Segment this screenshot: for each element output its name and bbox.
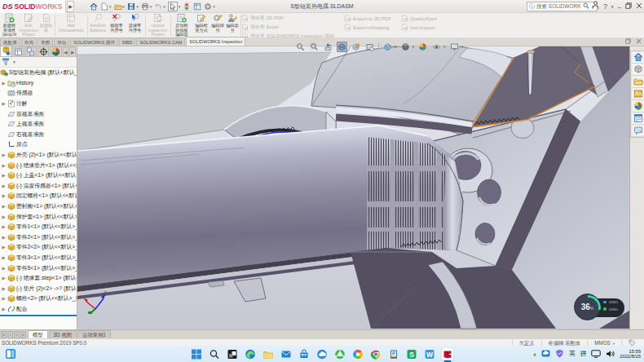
expand-caret-icon[interactable]: ▶ <box>0 235 7 240</box>
file-properties-button[interactable] <box>192 1 202 12</box>
taskbar-clock[interactable]: 15:59 2022/8/15 <box>620 349 641 360</box>
panel-tab-featuremanager-tree[interactable] <box>0 46 11 56</box>
expand-caret-icon[interactable]: ▶ <box>0 101 7 106</box>
graphics-viewport[interactable]: x z 0KB/s 0KB/s 36% <box>77 46 629 329</box>
taskpane-view-palette-tab[interactable] <box>632 88 644 100</box>
dropdown-caret-icon[interactable]: ▾ <box>179 4 181 9</box>
tree-item[interactable]: ▶螺栓<2> (默认<<默认>_显示状态 <box>0 294 77 304</box>
tab-solidworks-inspection[interactable]: SOLIDWORKS Inspection <box>186 37 245 46</box>
tab-评估[interactable]: 评估 <box>54 38 69 46</box>
ime-mode-indicator[interactable]: 拼 <box>580 350 587 358</box>
expand-caret-icon[interactable]: ▶ <box>0 214 7 219</box>
tree-item[interactable]: 右视基准面 <box>0 130 77 140</box>
tree-item[interactable]: ▶零件3<1> (默认<<默认>_显示状态 <box>0 253 77 263</box>
doc-tab-model[interactable]: 模型 <box>28 330 48 338</box>
export-item[interactable]: 导出至 Excel <box>241 24 334 31</box>
zoom-to-area-icon[interactable] <box>309 42 320 52</box>
taskbar-store-icon[interactable] <box>298 348 311 360</box>
dropdown-caret-icon[interactable]: ▾ <box>109 4 112 9</box>
options-gear-button[interactable]: ▾ <box>203 1 216 12</box>
panel-tab-scroll-right[interactable]: ▶ <box>69 46 76 56</box>
help-button[interactable]: ? <box>603 0 607 13</box>
undo-button[interactable]: ▾ <box>153 1 166 12</box>
taskbar-task-view-icon[interactable] <box>227 348 239 360</box>
search-box[interactable]: ⓘ 搜索 SOLIDWORKS 帮助 ▼ <box>527 2 598 11</box>
save-button[interactable]: ▾ <box>126 1 139 12</box>
dropdown-caret-icon[interactable]: ▾ <box>213 4 215 9</box>
widgets-icon[interactable] <box>5 348 16 360</box>
expand-caret-icon[interactable]: ▶ <box>0 307 7 311</box>
dropdown-caret-icon[interactable]: ▾ <box>123 4 126 9</box>
hud-caret-icon[interactable]: ▾ <box>443 44 446 49</box>
tab-草图[interactable]: 草图 <box>37 38 53 46</box>
taskbar-cloud-app-icon[interactable] <box>316 348 329 360</box>
taskpane-file-explorer-tab[interactable] <box>632 76 644 88</box>
tree-item[interactable]: ▶零件2<1> (默认<<默认>_显示状态 <box>0 232 77 243</box>
ribbon-button-edit-operations[interactable]: 编辑操 作 <box>210 13 225 38</box>
expand-caret-icon[interactable]: ▶ <box>0 163 7 168</box>
taskpane-design-library-tab[interactable] <box>632 64 644 76</box>
taskbar-green-browser-icon[interactable] <box>334 348 346 360</box>
rebuild-button[interactable] <box>182 1 192 12</box>
ribbon-button-edit-methods[interactable]: 编辑检 查方式 <box>192 13 210 38</box>
panel-tab-displaymanager[interactable] <box>50 46 61 56</box>
taskbar-edge-icon[interactable] <box>245 348 257 360</box>
filter-caret-icon[interactable]: ▼ <box>12 60 16 64</box>
tab-scroll-last-icon[interactable]: » <box>20 331 26 338</box>
help-caret-icon[interactable]: ▾ <box>611 0 614 13</box>
ribbon-button-add-edit-balloons[interactable]: Add/Edit Balloons <box>88 13 108 38</box>
zoom-to-fit-icon[interactable] <box>295 42 306 52</box>
tree-item[interactable]: S型铠装热电偶 (默认<默认_显示状态-1 <box>0 68 77 78</box>
menu-flyout-button[interactable]: ▶ <box>67 1 74 12</box>
ime-language-indicator[interactable]: 英 <box>569 350 576 358</box>
panel-tab-scroll-left[interactable]: ◀ <box>63 46 69 56</box>
tab-solidworks-插件[interactable]: SOLIDWORKS 插件 <box>70 38 118 46</box>
tab-mbd[interactable]: MBD <box>119 38 135 46</box>
section-view-icon[interactable] <box>337 42 347 52</box>
minimize-button[interactable]: – <box>618 3 621 11</box>
panel-tab-configurationmanager[interactable] <box>25 46 37 56</box>
expand-caret-icon[interactable]: ▶ <box>0 224 7 229</box>
tree-item[interactable]: ▶零件1<1> (默认<<默认>_显示状态 <box>0 222 77 232</box>
tree-item[interactable]: 原点 <box>0 139 77 150</box>
expand-caret-icon[interactable]: ▶ <box>0 276 7 280</box>
ribbon-button-add-characteristic[interactable]: Add Characteristic <box>55 13 86 38</box>
hide-show-items-icon[interactable] <box>431 42 442 52</box>
close-button[interactable] <box>636 2 642 11</box>
taskbar-wps-s-icon[interactable]: S <box>406 348 418 360</box>
export-item[interactable]: 导出至 2D PDF <box>241 15 334 22</box>
volume-icon[interactable] <box>606 350 615 359</box>
taskpane-appearances-scenes-tab[interactable] <box>632 100 644 113</box>
export-item[interactable]: Net-Inspect <box>401 24 437 31</box>
solidworks-logo[interactable]: DS SOLIDWORKS <box>0 0 66 13</box>
doc-close-icon[interactable] <box>636 38 642 45</box>
ribbon-button-new-inspection-project[interactable]: 新建检 查项目 (amp;N <box>0 13 19 38</box>
dropdown-caret-icon[interactable]: ▾ <box>136 4 139 9</box>
scene-settings-icon[interactable] <box>449 42 460 52</box>
tree-item[interactable]: ▶(-) 绝缘套.step<1> (默认<<默认> <box>0 273 77 284</box>
dropdown-caret-icon[interactable]: ▾ <box>150 4 152 9</box>
new-document-button[interactable]: ▾ <box>99 1 112 12</box>
login-user-icon[interactable] <box>592 0 599 13</box>
tree-item[interactable]: ▶零件2<2> (默认<<默认>_显示状态 <box>0 242 77 253</box>
doc-tab-motion-study[interactable]: 运动算例1 <box>77 330 111 338</box>
panel-tab-propertymanager[interactable] <box>12 46 24 56</box>
tree-filter-row[interactable]: ▼ <box>0 57 77 68</box>
taskpane-forum-tab[interactable] <box>632 125 644 137</box>
filter-icon[interactable] <box>364 42 375 52</box>
tree-item[interactable]: ▶(-) 上盖<1> (默认<<默认>_显示状 <box>0 170 77 181</box>
expand-caret-icon[interactable]: ▶ <box>0 204 7 209</box>
expand-caret-icon[interactable]: ▶ <box>0 183 7 188</box>
tree-item[interactable]: ▶零件5<1> (默认<<默认>_显示状态 <box>0 263 77 273</box>
tree-item[interactable]: 前视基准面 <box>0 108 77 119</box>
expand-caret-icon[interactable]: ▶ <box>0 81 7 86</box>
display-icon[interactable] <box>591 350 601 359</box>
taskbar-color-wheel-app-icon[interactable] <box>352 348 364 360</box>
taskbar-file-explorer-icon[interactable] <box>262 348 275 360</box>
taskbar-dictionary-icon[interactable] <box>388 348 400 360</box>
taskpane-home-tab[interactable] <box>632 51 644 64</box>
panel-tab-dimxpertmanager[interactable] <box>37 46 49 56</box>
expand-caret-icon[interactable]: ▶ <box>0 255 7 260</box>
tree-item[interactable]: 上视基准面 <box>0 119 77 130</box>
tab-scroll-prev-icon[interactable]: ‹ <box>7 331 13 338</box>
